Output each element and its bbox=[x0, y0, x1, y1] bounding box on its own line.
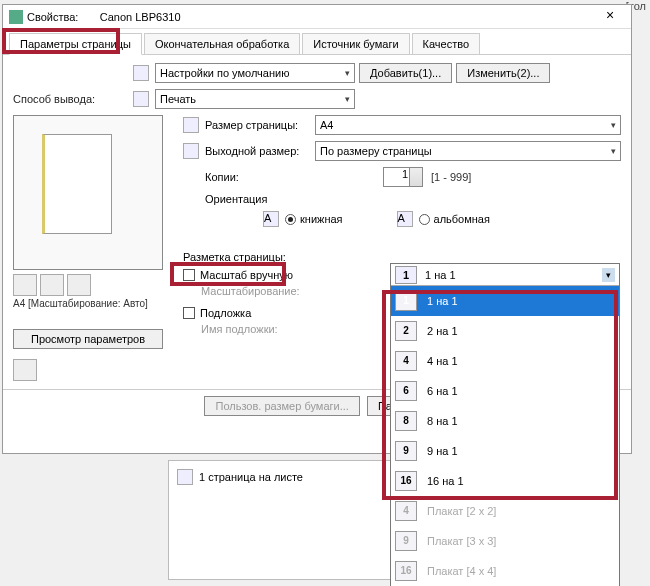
preview-tool-1[interactable] bbox=[13, 274, 37, 296]
layout-thumb-icon: 16 bbox=[395, 471, 417, 491]
orientation-portrait-radio[interactable]: книжная bbox=[285, 213, 343, 225]
titlebar: Свойства: Canon LBP6310 × bbox=[3, 5, 631, 29]
profile-icon bbox=[133, 65, 149, 81]
portrait-icon: A bbox=[263, 211, 279, 227]
layout-thumb-icon: 9 bbox=[395, 531, 417, 551]
add-profile-button[interactable]: Добавить(1)... bbox=[359, 63, 452, 83]
output-size-icon bbox=[183, 143, 199, 159]
tab-page-setup[interactable]: Параметры страницы bbox=[9, 33, 142, 55]
page-layout-option: 16Плакат [4 x 4] bbox=[391, 556, 619, 586]
page-layout-option[interactable]: 22 на 1 bbox=[391, 316, 619, 346]
preview-caption: A4 [Масштабирование: Авто] bbox=[13, 298, 173, 309]
layout-thumb-icon: 6 bbox=[395, 381, 417, 401]
printer-icon bbox=[9, 10, 23, 24]
preview-pane bbox=[13, 115, 163, 270]
copies-input[interactable]: 1 bbox=[383, 167, 423, 187]
tab-paper-source[interactable]: Источник бумаги bbox=[302, 33, 409, 54]
page-layout-option: 9Плакат [3 x 3] bbox=[391, 526, 619, 556]
page-layout-dropdown: 1 1 на 1 11 на 122 на 144 на 166 на 188 … bbox=[390, 263, 620, 586]
profile-select[interactable]: Настройки по умолчанию bbox=[155, 63, 355, 83]
custom-paper-button[interactable]: Пользов. размер бумаги... bbox=[204, 396, 359, 416]
pages-per-sheet-label: 1 страница на листе bbox=[199, 471, 303, 483]
layout-thumb-icon: 9 bbox=[395, 441, 417, 461]
output-size-label: Выходной размер: bbox=[205, 145, 315, 157]
output-icon bbox=[133, 91, 149, 107]
orientation-landscape-radio[interactable]: альбомная bbox=[419, 213, 490, 225]
preview-page bbox=[42, 134, 112, 234]
orientation-label: Ориентация bbox=[183, 193, 313, 205]
view-parameters-button[interactable]: Просмотр параметров bbox=[13, 329, 163, 349]
output-size-select[interactable]: По размеру страницы bbox=[315, 141, 621, 161]
tab-quality[interactable]: Качество bbox=[412, 33, 481, 54]
landscape-icon: A bbox=[397, 211, 413, 227]
copies-range: [1 - 999] bbox=[431, 171, 471, 183]
page-layout-option[interactable]: 99 на 1 bbox=[391, 436, 619, 466]
tab-strip: Параметры страницы Окончательная обработ… bbox=[3, 29, 631, 55]
page-layout-option: 4Плакат [2 x 2] bbox=[391, 496, 619, 526]
page-layout-list: 11 на 122 на 144 на 166 на 188 на 199 на… bbox=[391, 286, 619, 586]
page-layout-label: Разметка страницы: bbox=[183, 251, 313, 263]
page-size-icon bbox=[183, 117, 199, 133]
page-layout-current[interactable]: 1 1 на 1 bbox=[391, 264, 619, 286]
page-size-label: Размер страницы: bbox=[205, 119, 315, 131]
preview-tool-2[interactable] bbox=[40, 274, 64, 296]
layout-thumb-icon: 2 bbox=[395, 321, 417, 341]
layout-thumb-icon: 4 bbox=[395, 501, 417, 521]
page-layout-option[interactable]: 44 на 1 bbox=[391, 346, 619, 376]
page-layout-option[interactable]: 1616 на 1 bbox=[391, 466, 619, 496]
page-layout-option[interactable]: 11 на 1 bbox=[391, 286, 619, 316]
layout-thumb-icon: 16 bbox=[395, 561, 417, 581]
layout-thumb-icon: 4 bbox=[395, 351, 417, 371]
layout-thumb-icon: 1 bbox=[395, 266, 417, 284]
window-title: Свойства: Canon LBP6310 bbox=[27, 11, 595, 23]
output-method-select[interactable]: Печать bbox=[155, 89, 355, 109]
pages-per-sheet-icon bbox=[177, 469, 193, 485]
close-button[interactable]: × bbox=[595, 7, 625, 27]
preview-tool-3[interactable] bbox=[67, 274, 91, 296]
layout-thumb-icon: 1 bbox=[395, 291, 417, 311]
page-layout-option[interactable]: 88 на 1 bbox=[391, 406, 619, 436]
output-method-label: Способ вывода: bbox=[13, 93, 133, 105]
reset-button[interactable] bbox=[13, 359, 37, 381]
page-layout-option[interactable]: 66 на 1 bbox=[391, 376, 619, 406]
copies-label: Копии: bbox=[183, 171, 313, 183]
layout-thumb-icon: 8 bbox=[395, 411, 417, 431]
page-size-select[interactable]: A4 bbox=[315, 115, 621, 135]
tab-finishing[interactable]: Окончательная обработка bbox=[144, 33, 300, 54]
edit-profile-button[interactable]: Изменить(2)... bbox=[456, 63, 550, 83]
